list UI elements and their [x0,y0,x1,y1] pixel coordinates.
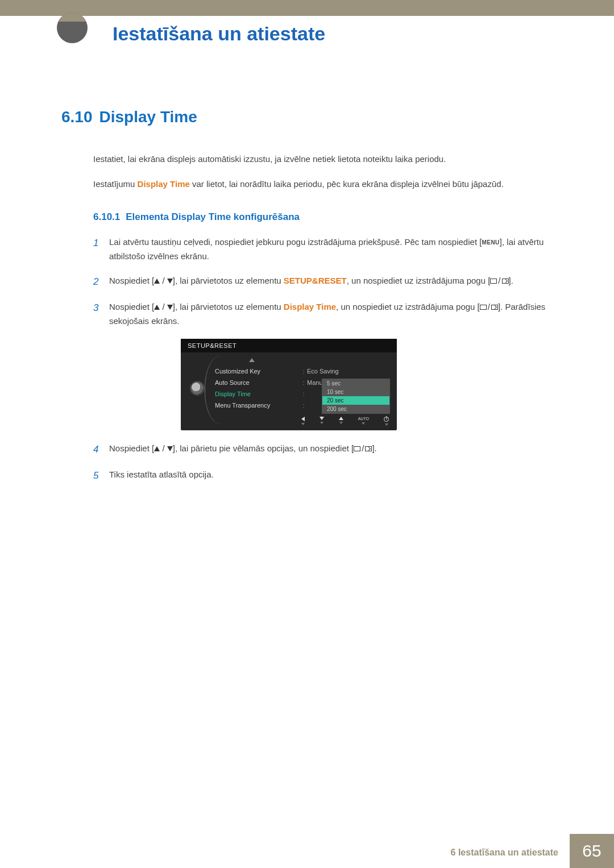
step-text: Lai atvērtu taustiņu ceļvedi, nospiediet… [109,235,556,264]
top-accent-bar [0,0,614,16]
intro2-post: var lietot, lai norādītu laika periodu, … [190,179,504,189]
osd-body: Customized Key:Eco Saving Auto Source:Ma… [181,352,397,413]
gear-icon [191,382,204,394]
s4c: ]. [372,443,376,453]
osd-label: Auto Source [215,379,300,386]
osd-side-icons [189,360,206,394]
step-number: 4 [93,442,109,458]
triangle-up-icon [154,305,160,310]
steps-list: 1 Lai atvērtu taustiņu ceļvedi, nospiedi… [93,235,556,329]
osd-nav-left [301,417,305,426]
chapter-circle-decoration [57,13,88,43]
s2a: Nospiediet [ [109,276,154,285]
triangle-down-icon [167,305,173,310]
osd-separator: : [300,402,307,409]
steps-list-cont: 4 Nospiediet [ / ], lai pārietu pie vēla… [93,442,556,484]
osd-option-selected: 20 sec [322,396,389,405]
step-3: 3 Nospiediet [ / ], lai pārvietotos uz e… [93,300,556,329]
power-icon [384,417,389,422]
triangle-down-icon [320,417,324,420]
subsection-heading: 6.10.1Elementa Display Time konfigurēšan… [93,211,556,223]
step-number: 1 [93,235,109,264]
step-4: 4 Nospiediet [ / ], lai pārietu pie vēla… [93,442,556,458]
auto-label: AUTO [358,417,369,421]
triangle-up-icon [154,446,160,451]
osd-panel: SETUP&RESET Customized Key:Eco Saving Au… [181,339,397,430]
osd-option: 5 sec [322,379,389,388]
section-heading: 6.10Display Time [61,108,556,126]
s2b: ], lai pārvietotos uz elementu [173,276,284,285]
step-number: 5 [93,468,109,484]
footer-chapter-text: 6 Iestatīšana un atiestate [439,837,570,868]
step-1: 1 Lai atvērtu taustiņu ceļvedi, nospiedi… [93,235,556,264]
triangle-up-icon [339,417,343,420]
section-title: Display Time [99,108,197,126]
intro2-em: Display Time [138,179,190,189]
step-text: Tiks iestatīta atlasītā opcija. [109,468,556,484]
triangle-left-icon [301,417,305,421]
osd-nav-down [320,417,324,426]
step-text: Nospiediet [ / ], lai pārvietotos uz ele… [109,300,556,329]
s1a: Lai atvērtu taustiņu ceļvedi, nospiediet… [109,237,482,247]
s4a: Nospiediet [ [109,443,154,453]
osd-dropdown: 5 sec 10 sec 20 sec 200 sec [322,379,390,414]
s3-em: Display Time [284,302,336,312]
osd-separator: : [300,379,307,386]
step-2: 2 Nospiediet [ / ], lai pārvietotos uz e… [93,274,556,290]
step-number: 3 [93,300,109,329]
menu-symbol: MENU [482,239,499,246]
s2d: ]. [509,276,513,285]
step-text: Nospiediet [ / ], lai pārietu pie vēlamā… [109,442,556,458]
enter-icon: / [354,442,372,456]
section-intro-1: Iestatiet, lai ekrāna displejs automātis… [93,152,556,166]
s4b: ], lai pārietu pie vēlamās opcijas, un n… [173,443,354,453]
osd-menu-column: Customized Key:Eco Saving Auto Source:Ma… [215,358,389,411]
enter-icon: / [490,274,508,288]
triangle-down-icon [167,446,173,451]
subsection-title: Elementa Display Time konfigurēšana [126,211,300,222]
osd-title: SETUP&RESET [181,339,397,352]
s3a: Nospiediet [ [109,302,154,312]
section-number: 6.10 [61,108,93,126]
osd-separator: : [300,368,307,375]
subsection-number: 6.10.1 [93,211,120,222]
osd-separator: : [300,391,307,397]
s2-em: SETUP&RESET [284,276,347,285]
triangle-down-icon [167,279,173,284]
osd-nav-power [384,417,389,426]
osd-label: Customized Key [215,368,300,375]
osd-option: 200 sec [322,405,389,413]
page-content: 6.10Display Time Iestatiet, lai ekrāna d… [61,108,556,494]
osd-option: 10 sec [322,388,389,396]
osd-nav-auto: AUTO [358,417,369,426]
osd-nav-up [339,417,343,426]
s2c: , un nospiediet uz izstrādājuma pogu [ [347,276,491,285]
page-number: 65 [570,834,614,868]
intro2-pre: Iestatījumu [93,179,138,189]
triangle-up-icon [154,279,160,284]
osd-value: Eco Saving [307,368,389,375]
step-5: 5 Tiks iestatīta atlasītā opcija. [93,468,556,484]
chapter-title: Iestatīšana un atiestate [113,23,325,45]
section-intro-2: Iestatījumu Display Time var lietot, lai… [93,177,556,191]
osd-label: Display Time [215,391,300,397]
enter-icon: / [480,300,498,314]
step-text: Nospiediet [ / ], lai pārvietotos uz ele… [109,274,556,290]
triangle-up-icon [249,358,255,362]
s3c: , un nospiediet uz izstrādājuma pogu [ [336,302,480,312]
osd-row-customized-key: Customized Key:Eco Saving [215,366,389,377]
page-footer: 6 Iestatīšana un atiestate 65 [0,834,614,868]
osd-label: Menu Transparency [215,402,300,409]
step-number: 2 [93,274,109,290]
s3b: ], lai pārvietotos uz elementu [173,302,284,312]
